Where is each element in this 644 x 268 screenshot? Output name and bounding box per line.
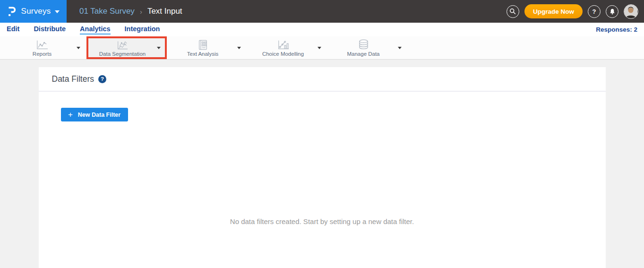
section-nav: Edit Distribute Analytics Integration Re… xyxy=(0,23,644,36)
reports-button[interactable]: Reports xyxy=(12,39,72,57)
database-icon xyxy=(357,40,370,51)
plus-icon: + xyxy=(68,111,73,119)
choice-modelling-dropdown-caret[interactable] xyxy=(318,47,321,49)
tab-analytics[interactable]: Analytics xyxy=(80,25,110,35)
toolbar-item-label: Text Analysis xyxy=(187,51,218,57)
scatter-bar-chart-icon xyxy=(275,40,291,51)
help-button[interactable]: ? xyxy=(588,5,601,18)
tab-integration[interactable]: Integration xyxy=(125,25,160,35)
data-filters-help-icon[interactable]: ? xyxy=(98,75,106,83)
toolbar-item-label: Manage Data xyxy=(347,51,379,57)
tab-list: Edit Distribute Analytics Integration xyxy=(7,25,160,35)
empty-state-message: No data filters created. Start by settin… xyxy=(39,217,606,225)
tab-distribute[interactable]: Distribute xyxy=(34,25,66,35)
user-avatar[interactable] xyxy=(624,4,638,19)
multi-line-chart-icon xyxy=(115,40,130,51)
topbar: Surveys 01 Take Survey › Text Input Upgr… xyxy=(0,0,644,23)
choice-modelling-button[interactable]: Choice Modelling xyxy=(253,39,313,57)
new-data-filter-label: New Data Filter xyxy=(78,112,120,118)
toolbar-group-data-segmentation: Data Segmentation xyxy=(86,36,167,59)
text-analysis-button[interactable]: Text Analysis xyxy=(173,39,232,57)
text-analysis-dropdown-caret[interactable] xyxy=(237,47,241,49)
upgrade-now-button[interactable]: Upgrade Now xyxy=(524,4,583,18)
topbar-actions: Upgrade Now ? xyxy=(507,4,644,19)
bell-icon xyxy=(609,8,616,15)
toolbar-item-label: Reports xyxy=(33,51,52,57)
analytics-toolbar: Reports Data Segmentation xyxy=(0,36,644,60)
breadcrumb-survey-link[interactable]: 01 Take Survey xyxy=(79,7,135,16)
manage-data-button[interactable]: Manage Data xyxy=(334,39,393,57)
new-data-filter-button[interactable]: + New Data Filter xyxy=(61,108,128,121)
toolbar-group-reports: Reports xyxy=(6,36,86,59)
line-chart-icon xyxy=(34,40,50,51)
document-grid-icon xyxy=(196,40,209,51)
panel-title: Data Filters xyxy=(52,74,94,84)
panel-header: Data Filters ? xyxy=(39,67,606,92)
search-button[interactable] xyxy=(507,5,519,18)
toolbar-group-manage-data: Manage Data xyxy=(327,36,408,59)
product-name: Surveys xyxy=(21,7,51,16)
responses-count: Responses: 2 xyxy=(596,26,637,33)
reports-dropdown-caret[interactable] xyxy=(77,47,80,49)
data-segmentation-button[interactable]: Data Segmentation xyxy=(93,39,152,57)
search-icon xyxy=(509,8,516,15)
data-filters-panel: Data Filters ? + New Data Filter No data… xyxy=(39,67,606,268)
chevron-down-icon xyxy=(55,10,60,13)
toolbar-group-text-analysis: Text Analysis xyxy=(167,36,247,59)
proprofs-logo-icon xyxy=(7,5,17,17)
data-segmentation-dropdown-caret[interactable] xyxy=(157,47,161,49)
breadcrumb-separator: › xyxy=(140,8,142,16)
manage-data-dropdown-caret[interactable] xyxy=(398,47,402,49)
toolbar-item-label: Data Segmentation xyxy=(99,51,146,57)
main-area: Data Filters ? + New Data Filter No data… xyxy=(0,60,644,268)
breadcrumb-current-page: Text Input xyxy=(147,7,182,16)
toolbar-item-label: Choice Modelling xyxy=(262,51,304,57)
app-switcher[interactable]: Surveys xyxy=(0,0,67,23)
breadcrumb: 01 Take Survey › Text Input xyxy=(79,7,182,16)
toolbar-group-choice-modelling: Choice Modelling xyxy=(247,36,327,59)
notifications-button[interactable] xyxy=(606,5,618,18)
tab-edit[interactable]: Edit xyxy=(7,25,19,35)
